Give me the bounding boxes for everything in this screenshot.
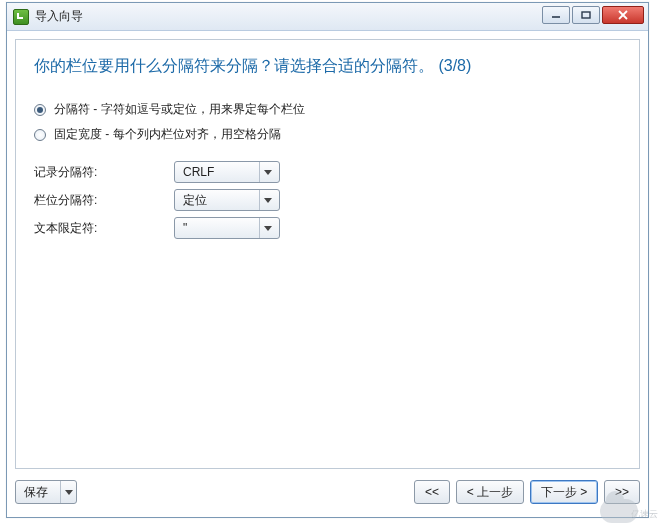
delimiter-settings: 记录分隔符: CRLF 栏位分隔符: 定位 文本限定符: — [34, 161, 621, 239]
radio-delimited[interactable]: 分隔符 - 字符如逗号或定位，用来界定每个栏位 — [34, 101, 621, 118]
back-button-label: < 上一步 — [467, 484, 513, 501]
chevron-down-icon — [259, 190, 275, 210]
first-button-label: << — [425, 485, 439, 499]
label-record-separator: 记录分隔符: — [34, 164, 174, 181]
last-button[interactable]: >> — [604, 480, 640, 504]
next-button-label: 下一步 > — [541, 484, 587, 501]
chevron-down-icon — [259, 162, 275, 182]
wizard-window: 导入向导 你的栏位要用什么分隔符来分隔？请选择合适的分隔符。 (3/8) 分隔符… — [6, 2, 649, 518]
window-title: 导入向导 — [35, 8, 83, 25]
import-icon — [13, 9, 29, 25]
svg-marker-4 — [264, 170, 272, 175]
titlebar: 导入向导 — [7, 3, 648, 31]
wizard-footer: 保存 << < 上一步 下一步 > >> — [15, 475, 640, 509]
maximize-button[interactable] — [572, 6, 600, 24]
combo-text-qualifier-value: " — [183, 221, 259, 235]
save-button-label: 保存 — [16, 484, 60, 501]
combo-text-qualifier[interactable]: " — [174, 217, 280, 239]
combo-field-separator-value: 定位 — [183, 192, 259, 209]
radio-fixed-label: 固定宽度 - 每个列内栏位对齐，用空格分隔 — [54, 126, 281, 143]
row-text-qualifier: 文本限定符: " — [34, 217, 621, 239]
label-field-separator: 栏位分隔符: — [34, 192, 174, 209]
svg-marker-6 — [264, 226, 272, 231]
wizard-content: 你的栏位要用什么分隔符来分隔？请选择合适的分隔符。 (3/8) 分隔符 - 字符… — [15, 39, 640, 469]
back-button[interactable]: < 上一步 — [456, 480, 524, 504]
chevron-down-icon — [60, 481, 76, 503]
last-button-label: >> — [615, 485, 629, 499]
combo-field-separator[interactable]: 定位 — [174, 189, 280, 211]
radio-delimited-label: 分隔符 - 字符如逗号或定位，用来界定每个栏位 — [54, 101, 305, 118]
radio-fixed-width[interactable]: 固定宽度 - 每个列内栏位对齐，用空格分隔 — [34, 126, 621, 143]
row-record-separator: 记录分隔符: CRLF — [34, 161, 621, 183]
svg-marker-7 — [65, 490, 73, 495]
close-button[interactable] — [602, 6, 644, 24]
svg-marker-5 — [264, 198, 272, 203]
chevron-down-icon — [259, 218, 275, 238]
radio-icon — [34, 104, 46, 116]
next-button[interactable]: 下一步 > — [530, 480, 598, 504]
row-field-separator: 栏位分隔符: 定位 — [34, 189, 621, 211]
svg-rect-1 — [582, 12, 590, 18]
combo-record-separator[interactable]: CRLF — [174, 161, 280, 183]
label-text-qualifier: 文本限定符: — [34, 220, 174, 237]
save-button[interactable]: 保存 — [15, 480, 77, 504]
minimize-button[interactable] — [542, 6, 570, 24]
radio-icon — [34, 129, 46, 141]
page-heading: 你的栏位要用什么分隔符来分隔？请选择合适的分隔符。 (3/8) — [34, 56, 621, 77]
first-button[interactable]: << — [414, 480, 450, 504]
combo-record-separator-value: CRLF — [183, 165, 259, 179]
window-controls — [542, 6, 644, 24]
